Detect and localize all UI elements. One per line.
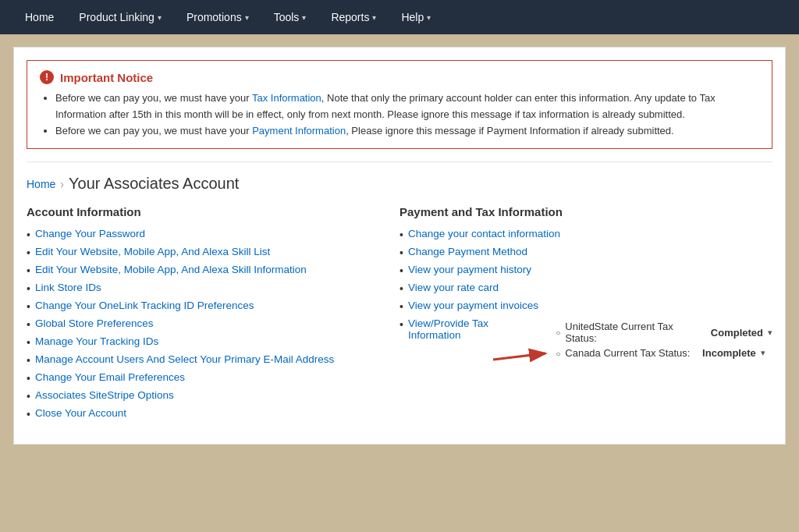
contact-info-link[interactable]: Change your contact information — [408, 228, 560, 239]
tax-information-link[interactable]: Tax Information — [252, 92, 321, 104]
breadcrumb: Home › Your Associates Account — [14, 162, 785, 199]
nav-promotions-label: Promotions — [186, 11, 242, 23]
list-item: Change Your OneLink Tracking ID Preferen… — [27, 300, 400, 313]
change-password-link[interactable]: Change Your Password — [35, 228, 145, 239]
notice-title: ! Important Notice — [40, 70, 759, 84]
account-info-title: Account Information — [27, 199, 400, 218]
manage-account-users-link[interactable]: Manage Account Users And Select Your Pri… — [35, 353, 334, 365]
nav-promotions-arrow: ▾ — [245, 13, 249, 22]
nav-product-linking-arrow: ▾ — [158, 13, 162, 22]
ca-tax-status: Incomplete — [702, 347, 756, 359]
nav-tools-arrow: ▾ — [302, 13, 306, 22]
content-grid: Account Information Change Your Password… — [14, 199, 785, 444]
notice-title-text: Important Notice — [60, 71, 153, 84]
ca-tax-dropdown[interactable]: ▾ — [761, 348, 765, 358]
list-item: Link Store IDs — [27, 282, 400, 295]
payment-tax-title: Payment and Tax Information — [400, 199, 772, 218]
edit-website-list-link[interactable]: Edit Your Website, Mobile App, And Alexa… — [35, 246, 270, 257]
email-preferences-link[interactable]: Change Your Email Preferences — [35, 371, 185, 383]
nav-promotions[interactable]: Promotions ▾ — [174, 0, 261, 34]
tax-status-list: UnitedState Current Tax Status: Complete… — [543, 321, 772, 362]
list-item: Change Payment Method — [400, 246, 772, 259]
payment-invoices-link[interactable]: View your payment invoices — [408, 300, 538, 311]
notice-list: Before we can pay you, we must have your… — [40, 90, 759, 139]
notice-icon: ! — [40, 70, 54, 84]
red-arrow-icon — [489, 342, 552, 364]
nav-help-arrow: ▾ — [427, 13, 431, 22]
ca-tax-label: Canada Current Tax Status: — [565, 347, 690, 359]
list-item: View/Provide Tax Information UnitedState… — [400, 317, 772, 362]
svg-line-1 — [493, 353, 545, 360]
us-tax-status: Completed — [711, 327, 763, 339]
account-info-section: Account Information Change Your Password… — [27, 199, 400, 425]
manage-tracking-ids-link[interactable]: Manage Your Tracking IDs — [35, 335, 158, 347]
payment-history-link[interactable]: View your payment history — [408, 264, 531, 275]
edit-website-info-link[interactable]: Edit Your Website, Mobile App, And Alexa… — [35, 264, 307, 275]
list-item: Change Your Email Preferences — [27, 371, 400, 385]
payment-information-link[interactable]: Payment Information — [252, 125, 346, 137]
nav-help[interactable]: Help ▾ — [389, 0, 443, 34]
notice-item-2-text-after: , Please ignore this message if Payment … — [346, 125, 674, 137]
payment-tax-section: Payment and Tax Information Change your … — [400, 199, 772, 425]
list-item: Close Your Account — [27, 407, 400, 420]
sitestripe-options-link[interactable]: Associates SiteStripe Options — [35, 389, 174, 401]
list-item: Global Store Preferences — [27, 317, 400, 331]
nav-product-linking[interactable]: Product Linking ▾ — [66, 0, 174, 34]
breadcrumb-current: Your Associates Account — [69, 175, 239, 193]
nav-product-linking-label: Product Linking — [79, 11, 154, 23]
us-tax-label: UnitedState Current Tax Status: — [565, 321, 698, 344]
notice-item-2: Before we can pay you, we must have your… — [55, 123, 759, 140]
global-store-prefs-link[interactable]: Global Store Preferences — [35, 317, 154, 329]
account-info-list: Change Your Password Edit Your Website, … — [27, 228, 400, 420]
payment-method-link[interactable]: Change Payment Method — [408, 246, 527, 257]
nav-reports[interactable]: Reports ▾ — [318, 0, 389, 34]
list-item: Edit Your Website, Mobile App, And Alexa… — [27, 264, 400, 277]
nav-tools-label: Tools — [274, 11, 300, 23]
link-store-ids-link[interactable]: Link Store IDs — [35, 282, 101, 293]
us-tax-dropdown[interactable]: ▾ — [768, 328, 772, 338]
list-item: Manage Account Users And Select Your Pri… — [27, 353, 400, 367]
payment-tax-list: Change your contact information Change P… — [400, 228, 772, 362]
breadcrumb-separator: › — [60, 178, 64, 190]
list-item: Change Your Password — [27, 228, 400, 241]
list-item: Change your contact information — [400, 228, 772, 241]
list-item: Associates SiteStripe Options — [27, 389, 400, 403]
nav-home-label: Home — [25, 11, 54, 23]
tax-information-provide-link[interactable]: View/Provide Tax Information — [408, 317, 538, 341]
nav-reports-label: Reports — [331, 11, 369, 23]
important-notice-box: ! Important Notice Before we can pay you… — [27, 60, 772, 149]
close-account-link[interactable]: Close Your Account — [35, 407, 126, 419]
list-item: Edit Your Website, Mobile App, And Alexa… — [27, 246, 400, 259]
ca-tax-status-item: Canada Current Tax Status: Incomplete ▾ — [556, 347, 772, 359]
list-item: Manage Your Tracking IDs — [27, 335, 400, 349]
rate-card-link[interactable]: View your rate card — [408, 282, 499, 293]
breadcrumb-home-link[interactable]: Home — [27, 178, 55, 190]
notice-item-1-text-before: Before we can pay you, we must have your — [55, 92, 252, 104]
list-item: View your payment invoices — [400, 300, 772, 313]
list-item: View your payment history — [400, 264, 772, 277]
nav-reports-arrow: ▾ — [372, 13, 376, 22]
notice-item-1: Before we can pay you, we must have your… — [55, 90, 759, 123]
list-item: View your rate card — [400, 282, 772, 295]
nav-tools[interactable]: Tools ▾ — [261, 0, 319, 34]
us-tax-status-item: UnitedState Current Tax Status: Complete… — [556, 321, 772, 344]
onelink-tracking-link[interactable]: Change Your OneLink Tracking ID Preferen… — [35, 300, 254, 311]
notice-item-2-text-before: Before we can pay you, we must have your — [55, 125, 252, 137]
nav-help-label: Help — [401, 11, 424, 23]
main-nav: Home Product Linking ▾ Promotions ▾ Tool… — [0, 0, 799, 34]
nav-home[interactable]: Home — [12, 0, 66, 34]
main-content: ! Important Notice Before we can pay you… — [13, 47, 786, 445]
